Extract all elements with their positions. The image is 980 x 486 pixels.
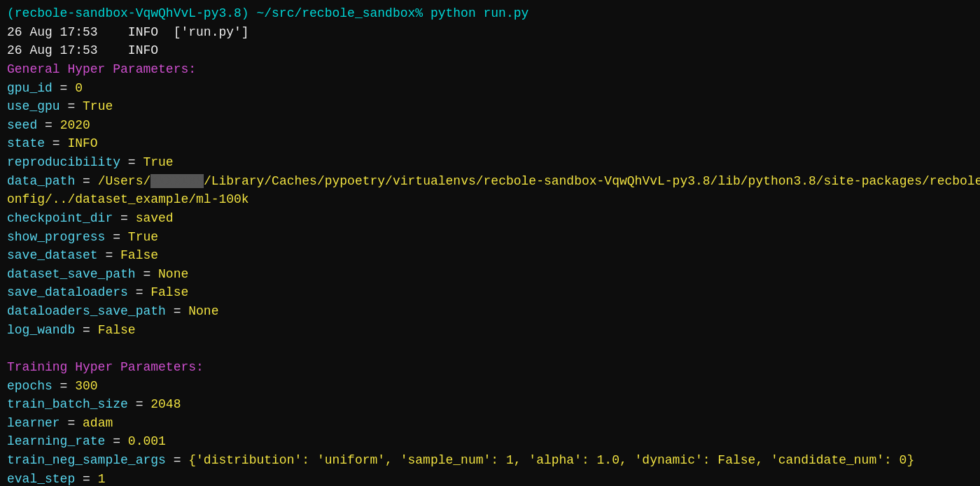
param-checkpoint-dir: checkpoint_dir = saved xyxy=(7,209,973,228)
training-heading: Training Hyper Parameters: xyxy=(7,358,973,377)
param-data-path: data_path = /Users/XXXXXXX/Library/Cache… xyxy=(7,172,973,191)
param-dataset-save-path: dataset_save_path = None xyxy=(7,265,973,284)
param-data-path-cont: onfig/../dataset_example/ml-100k xyxy=(7,190,973,209)
terminal-window: (recbole-sandbox-VqwQhVvL-py3.8) ~/src/r… xyxy=(0,0,980,486)
param-dataloaders-save-path: dataloaders_save_path = None xyxy=(7,302,973,321)
param-train-neg-sample-args: train_neg_sample_args = {'distribution':… xyxy=(7,451,973,470)
param-train-batch-size: train_batch_size = 2048 xyxy=(7,395,973,414)
param-eval-step: eval_step = 1 xyxy=(7,470,973,486)
info-line-1: 26 Aug 17:53 INFO ['run.py'] xyxy=(7,23,973,42)
param-save-dataset: save_dataset = False xyxy=(7,246,973,265)
param-seed: seed = 2020 xyxy=(7,116,973,135)
command-line: (recbole-sandbox-VqwQhVvL-py3.8) ~/src/r… xyxy=(7,4,973,23)
info-line-2: 26 Aug 17:53 INFO xyxy=(7,41,973,60)
param-learning-rate: learning_rate = 0.001 xyxy=(7,432,973,451)
general-heading: General Hyper Parameters: xyxy=(7,60,973,79)
param-gpu-id: gpu_id = 0 xyxy=(7,79,973,98)
param-save-dataloaders: save_dataloaders = False xyxy=(7,283,973,302)
param-learner: learner = adam xyxy=(7,414,973,433)
param-reproducibility: reproducibility = True xyxy=(7,153,973,172)
param-log-wandb: log_wandb = False xyxy=(7,321,973,340)
blank-line xyxy=(7,339,973,358)
param-epochs: epochs = 300 xyxy=(7,377,973,396)
param-state: state = INFO xyxy=(7,134,973,153)
param-use-gpu: use_gpu = True xyxy=(7,97,973,116)
param-show-progress: show_progress = True xyxy=(7,228,973,247)
